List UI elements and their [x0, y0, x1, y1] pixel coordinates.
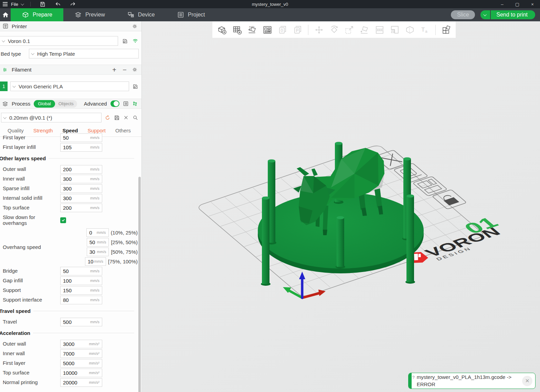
setting-unit: mm/s² — [89, 351, 99, 356]
settings-list-icon[interactable] — [123, 100, 129, 107]
setting-input[interactable]: 3000mm/s² — [60, 340, 102, 348]
delete-preset-icon[interactable] — [123, 114, 129, 121]
project-tab-icon — [177, 11, 184, 19]
setting-checkbox[interactable] — [60, 217, 66, 223]
setting-input[interactable]: 7000mm/s² — [60, 349, 102, 358]
file-menu[interactable]: File — [11, 2, 18, 7]
setting-input[interactable]: 5000mm/s² — [60, 359, 102, 368]
setting-input[interactable]: 300mm/s — [60, 184, 102, 193]
setting-input[interactable]: 100mm/s — [60, 276, 102, 285]
setting-input[interactable]: 80mm/s — [60, 296, 102, 304]
plate-arrange-icon[interactable] — [413, 176, 447, 196]
axes-indicator — [283, 272, 326, 298]
setting-input[interactable]: 500mm/s — [60, 318, 102, 326]
search-settings-icon[interactable] — [132, 114, 139, 121]
printer-connection-wifi-icon[interactable] — [132, 37, 139, 44]
model-disc[interactable] — [258, 192, 424, 273]
setting-row: 0mm/s(10%, 25%) — [60, 228, 138, 237]
setting-input[interactable]: 20000mm/s² — [60, 378, 102, 387]
setting-value: 200 — [63, 166, 90, 172]
bed-type-select[interactable]: High Temp Plate — [29, 49, 139, 58]
advanced-toggle[interactable] — [110, 100, 119, 107]
home-button[interactable] — [0, 8, 11, 21]
setting-value: 10 — [88, 259, 94, 264]
maximize-button[interactable]: ▢ — [510, 0, 525, 8]
printer-settings-gear-icon[interactable] — [131, 23, 138, 30]
scope-global[interactable]: Global — [34, 100, 55, 108]
setting-input[interactable]: 105mm/s — [60, 143, 102, 152]
model-pillar-front-right[interactable] — [405, 195, 415, 284]
filament-preset-select[interactable]: Voron Generic PLA — [10, 81, 129, 91]
redo-icon[interactable] — [70, 1, 76, 7]
setting-input[interactable]: 150mm/s — [60, 286, 102, 295]
send-to-print-button[interactable]: Send to print — [491, 10, 535, 19]
setting-input[interactable]: 200mm/s — [60, 204, 102, 212]
tab-preview[interactable]: Preview — [63, 8, 116, 21]
plate-brand-logo: VORON D E S I G N 01 — [392, 214, 513, 269]
reset-preset-icon[interactable] — [104, 114, 111, 121]
model-pillar-front-left[interactable] — [261, 197, 271, 286]
save-icon[interactable] — [40, 1, 46, 7]
setting-input[interactable]: 50mm/s — [60, 133, 102, 142]
tab-label: Prepare — [33, 12, 52, 18]
model-cow[interactable] — [293, 148, 384, 235]
save-preset-icon[interactable] — [113, 114, 120, 121]
undo-icon[interactable] — [55, 1, 61, 7]
model-pillar-back-left[interactable] — [267, 160, 276, 245]
process-scope-switch[interactable]: Global Objects — [34, 100, 77, 108]
setting-input[interactable]: 50mm/s — [60, 267, 102, 275]
filament-edit-icon[interactable] — [132, 83, 139, 90]
settings-scrollbar[interactable] — [138, 155, 141, 392]
filament-section-title: Filament — [12, 67, 32, 73]
file-menu-chevron-icon[interactable] — [21, 2, 24, 6]
printer-preset-value: Voron 0.1 — [8, 38, 30, 44]
plate-settings-icon[interactable] — [393, 163, 428, 183]
slice-button[interactable]: Slice — [451, 10, 475, 19]
filament-settings-gear-icon[interactable] — [131, 66, 138, 73]
toast-help-icon[interactable]: ? — [412, 375, 415, 380]
assemble-icon[interactable] — [440, 24, 452, 36]
toast-close-icon[interactable]: × — [522, 376, 532, 386]
setting-row: Top surface200mm/s — [0, 203, 138, 213]
bed-type-value: High Temp Plate — [37, 51, 75, 57]
toolbar-separator — [308, 25, 308, 35]
side-panel: Printer Voron 0.1 Bed type — [0, 21, 142, 392]
send-options-chevron-icon[interactable] — [480, 10, 490, 19]
build-plate[interactable]: VORON D E S I G N 01 — [196, 138, 513, 305]
tab-project[interactable]: Project — [166, 8, 216, 21]
model-pillar-front-center[interactable] — [336, 216, 345, 269]
printer-edit-icon[interactable] — [121, 37, 128, 44]
scope-objects[interactable]: Objects — [55, 101, 77, 106]
model-pillar-back-right[interactable] — [402, 157, 412, 241]
add-filament-button[interactable]: + — [110, 66, 118, 73]
auto-orient-icon[interactable] — [246, 24, 258, 36]
setting-unit: mm/s² — [89, 342, 99, 346]
compare-presets-icon[interactable] — [132, 100, 138, 107]
setting-input[interactable]: 50mm/s — [87, 238, 109, 247]
scrollbar-thumb[interactable] — [138, 177, 141, 392]
close-button[interactable]: × — [525, 0, 540, 8]
setting-input[interactable]: 10000mm/s² — [60, 369, 102, 377]
viewport-3d[interactable]: VORON D E S I G N 01 — [142, 21, 540, 392]
rotate-icon — [328, 24, 340, 36]
arrange-icon[interactable] — [261, 24, 273, 36]
setting-input[interactable]: 10mm/s — [85, 257, 106, 266]
setting-input[interactable]: 200mm/s — [60, 165, 102, 174]
process-preset-select[interactable]: 0.20mm @V0.1 (*) — [1, 113, 102, 122]
setting-input[interactable]: 300mm/s — [60, 175, 102, 183]
tab-device[interactable]: Device — [116, 8, 166, 21]
bed-type-label: Bed type — [1, 51, 25, 57]
printer-preset-select[interactable]: Voron 0.1 — [0, 36, 118, 46]
minimize-button[interactable]: – — [495, 0, 510, 8]
plate-delete-icon[interactable] — [374, 150, 409, 170]
plate-lock-icon[interactable] — [432, 189, 467, 209]
tab-prepare[interactable]: Prepare — [11, 8, 63, 21]
setting-input[interactable]: 300mm/s — [60, 194, 102, 203]
menu-hamburger-icon[interactable] — [3, 2, 8, 6]
setting-input[interactable]: 30mm/s — [87, 248, 109, 256]
add-model-icon[interactable] — [216, 24, 228, 36]
add-plate-icon[interactable] — [231, 24, 243, 36]
remove-filament-button[interactable]: − — [121, 66, 128, 73]
setting-input[interactable]: 0mm/s — [86, 228, 108, 237]
model-pillar-back-center[interactable] — [334, 142, 343, 204]
